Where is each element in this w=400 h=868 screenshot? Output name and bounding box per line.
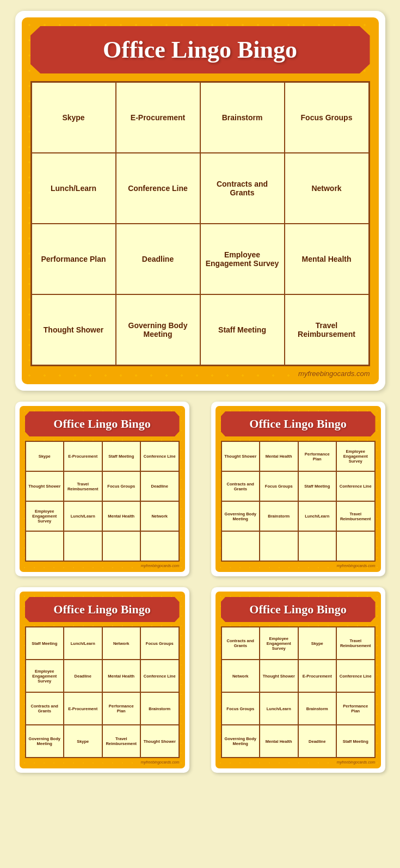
bingo-card-bottom-left: Office Lingo Bingo Staff MeetingLunch/Le… bbox=[15, 587, 189, 773]
table-row: Network bbox=[285, 153, 369, 224]
bingo-card-bottom-right: Office Lingo Bingo Contracts and GrantsE… bbox=[211, 587, 385, 773]
table-row bbox=[140, 531, 179, 561]
table-row bbox=[221, 531, 260, 561]
table-row: Focus Groups bbox=[140, 627, 179, 660]
table-row: Focus Groups bbox=[260, 471, 298, 501]
table-row bbox=[260, 531, 298, 561]
table-row: Staff Meeting bbox=[200, 294, 285, 365]
table-row: Mental Health bbox=[260, 725, 298, 758]
table-row: Network bbox=[221, 660, 260, 692]
table-row: Contracts and Grants bbox=[221, 627, 260, 660]
table-row: Lunch/Learn bbox=[260, 692, 298, 725]
table-row: Staff Meeting bbox=[102, 441, 141, 471]
table-row: Lunch/Learn bbox=[32, 153, 116, 224]
cards-top-row: Office Lingo Bingo SkypeE-ProcurementSta… bbox=[15, 402, 385, 576]
card-inner-top-left: Office Lingo Bingo SkypeE-ProcurementSta… bbox=[20, 406, 185, 572]
grid-large: SkypeE-ProcurementBrainstormFocus Groups… bbox=[30, 81, 370, 366]
table-row bbox=[102, 531, 141, 561]
banner-bottom-left: Office Lingo Bingo bbox=[25, 597, 180, 622]
table-row: Thought Shower bbox=[32, 294, 116, 365]
table-row: Thought Shower bbox=[26, 471, 64, 501]
website-bottom-right: myfreebingocards.com bbox=[221, 760, 376, 764]
table-row: Thought Shower bbox=[140, 725, 179, 758]
table-row: Travel Reimbursement bbox=[285, 294, 369, 365]
table-row: Mental Health bbox=[260, 441, 298, 471]
table-row: Thought Shower bbox=[221, 441, 260, 471]
table-row: Performance Plan bbox=[102, 692, 141, 725]
table-row: Brainstorm bbox=[298, 692, 337, 725]
table-row: Network bbox=[140, 501, 179, 531]
table-row: Governing Body Meeting bbox=[221, 725, 260, 758]
table-row: Focus Groups bbox=[285, 82, 369, 153]
table-row: Employee Engagement Survey bbox=[26, 501, 64, 531]
bingo-card-large: Office Lingo Bingo SkypeE-ProcurementBra… bbox=[15, 11, 385, 391]
grid-top-left: SkypeE-ProcurementStaff MeetingConferenc… bbox=[25, 441, 180, 562]
grid-bottom-right: Contracts and GrantsEmployee Engagement … bbox=[221, 626, 376, 758]
website-bottom-left: myfreebingocards.com bbox=[25, 760, 180, 764]
table-row: Contracts and Grants bbox=[26, 692, 64, 725]
bingo-card-top-right: Office Lingo Bingo Thought ShowerMental … bbox=[211, 402, 385, 576]
table-row: Skype bbox=[32, 82, 116, 153]
table-row: Conference Line bbox=[140, 441, 179, 471]
table-row: Travel Reimbursement bbox=[102, 725, 141, 758]
table-row: Staff Meeting bbox=[26, 627, 64, 660]
bingo-card-top-left: Office Lingo Bingo SkypeE-ProcurementSta… bbox=[15, 402, 189, 576]
table-row: Deadline bbox=[140, 471, 179, 501]
table-row: Skype bbox=[298, 627, 337, 660]
banner-bottom-right: Office Lingo Bingo bbox=[221, 597, 376, 622]
card-inner-bottom-left: Office Lingo Bingo Staff MeetingLunch/Le… bbox=[20, 592, 185, 768]
table-row: Contracts and Grants bbox=[221, 471, 260, 501]
table-row: Conference Line bbox=[116, 153, 200, 224]
table-row: Conference Line bbox=[336, 660, 375, 692]
table-row: Mental Health bbox=[102, 660, 141, 692]
table-row: Conference Line bbox=[336, 471, 375, 501]
banner-large: Office Lingo Bingo bbox=[30, 26, 370, 73]
website-top-right: myfreebingocards.com bbox=[221, 564, 376, 568]
table-row: Travel Reimbursement bbox=[336, 627, 375, 660]
cards-bottom-row: Office Lingo Bingo Staff MeetingLunch/Le… bbox=[15, 587, 385, 773]
grid-bottom-left: Staff MeetingLunch/LearnNetworkFocus Gro… bbox=[25, 626, 180, 758]
table-row: Network bbox=[102, 627, 141, 660]
table-row: E-Procurement bbox=[64, 692, 102, 725]
table-row: Deadline bbox=[298, 725, 337, 758]
table-row: Employee Engagement Survey bbox=[200, 224, 285, 294]
table-row: Governing Body Meeting bbox=[221, 501, 260, 531]
table-row: Performance Plan bbox=[32, 224, 116, 294]
card-inner-large: Office Lingo Bingo SkypeE-ProcurementBra… bbox=[22, 17, 379, 384]
table-row: Contracts and Grants bbox=[200, 153, 285, 224]
table-row: Performance Plan bbox=[298, 441, 337, 471]
table-row: E-Procurement bbox=[298, 660, 337, 692]
table-row: Travel Reimbursement bbox=[336, 501, 375, 531]
card-inner-top-right: Office Lingo Bingo Thought ShowerMental … bbox=[216, 406, 381, 572]
table-row: Thought Shower bbox=[260, 660, 298, 692]
table-row: Skype bbox=[64, 725, 102, 758]
table-row bbox=[26, 531, 64, 561]
table-row: Skype bbox=[26, 441, 64, 471]
table-row: Employee Engagement Survey bbox=[336, 441, 375, 471]
table-row: Governing Body Meeting bbox=[26, 725, 64, 758]
table-row: Deadline bbox=[116, 224, 200, 294]
card-inner-bottom-right: Office Lingo Bingo Contracts and GrantsE… bbox=[216, 592, 381, 768]
table-row: Performance Plan bbox=[336, 692, 375, 725]
grid-top-right: Thought ShowerMental HealthPerformance P… bbox=[221, 441, 376, 562]
table-row: Employee Engagement Survey bbox=[26, 660, 64, 692]
table-row: E-Procurement bbox=[116, 82, 200, 153]
table-row: Brainstorm bbox=[260, 501, 298, 531]
table-row: E-Procurement bbox=[64, 441, 102, 471]
table-row: Mental Health bbox=[102, 501, 141, 531]
table-row: Governing Body Meeting bbox=[116, 294, 200, 365]
table-row: Staff Meeting bbox=[298, 471, 337, 501]
table-row bbox=[298, 531, 337, 561]
banner-top-right: Office Lingo Bingo bbox=[221, 411, 376, 436]
table-row bbox=[64, 531, 102, 561]
table-row: Brainstorm bbox=[200, 82, 285, 153]
table-row: Focus Groups bbox=[221, 692, 260, 725]
table-row: Conference Line bbox=[140, 660, 179, 692]
website-large: myfreebingocards.com bbox=[30, 370, 370, 378]
table-row: Mental Health bbox=[285, 224, 369, 294]
table-row: Lunch/Learn bbox=[298, 501, 337, 531]
website-top-left: myfreebingocards.com bbox=[25, 564, 180, 568]
table-row: Lunch/Learn bbox=[64, 627, 102, 660]
table-row: Employee Engagement Survey bbox=[260, 627, 298, 660]
table-row bbox=[336, 531, 375, 561]
